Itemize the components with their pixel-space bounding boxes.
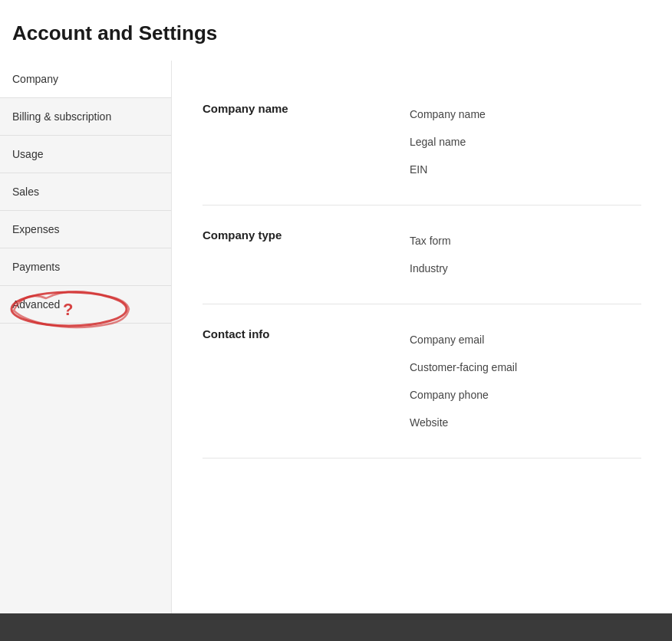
legal-name-field[interactable]: Legal name <box>410 128 641 156</box>
contact-info-fields: Company email Customer-facing email Comp… <box>410 326 641 436</box>
svg-text:?: ? <box>63 300 73 319</box>
page-title: Account and Settings <box>12 21 672 45</box>
page-header: Account and Settings <box>0 0 672 61</box>
sidebar-item-billing[interactable]: Billing & subscription <box>0 98 171 136</box>
contact-info-section-label: Contact info <box>203 326 410 340</box>
main-content: Company name Company name Legal name EIN… <box>172 61 672 633</box>
sidebar-item-expenses[interactable]: Expenses <box>0 211 171 248</box>
company-phone-field[interactable]: Company phone <box>410 381 641 409</box>
main-layout: Company Billing & subscription Usage Sal… <box>0 61 672 633</box>
sidebar-item-advanced[interactable]: Advanced ? <box>0 286 171 324</box>
sidebar-item-usage[interactable]: Usage <box>0 136 171 173</box>
company-name-fields: Company name Legal name EIN <box>410 100 641 183</box>
company-type-fields: Tax form Industry <box>410 227 641 282</box>
company-name-field[interactable]: Company name <box>410 100 641 128</box>
company-type-section: Company type Tax form Industry <box>203 205 641 304</box>
sidebar-item-company[interactable]: Company <box>0 61 171 98</box>
bottom-bar <box>0 613 672 641</box>
ein-field[interactable]: EIN <box>410 156 641 183</box>
company-email-field[interactable]: Company email <box>410 326 641 353</box>
tax-form-field[interactable]: Tax form <box>410 227 641 255</box>
company-name-section-label: Company name <box>203 100 410 115</box>
company-type-section-label: Company type <box>203 227 410 242</box>
sidebar-item-sales[interactable]: Sales <box>0 173 171 211</box>
sidebar: Company Billing & subscription Usage Sal… <box>0 61 172 633</box>
customer-facing-email-field[interactable]: Customer-facing email <box>410 353 641 381</box>
sidebar-item-payments[interactable]: Payments <box>0 248 171 286</box>
company-name-section: Company name Company name Legal name EIN <box>203 79 641 205</box>
website-field[interactable]: Website <box>410 409 641 436</box>
contact-info-section: Contact info Company email Customer-faci… <box>203 304 641 459</box>
industry-field[interactable]: Industry <box>410 255 641 282</box>
